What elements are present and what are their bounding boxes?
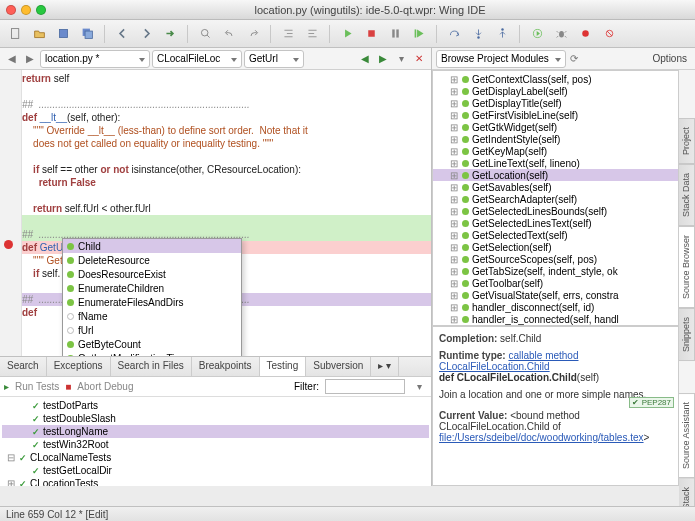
undo-icon[interactable]: [220, 25, 238, 43]
browser-item[interactable]: ⊞GetDisplayLabel(self): [433, 85, 678, 97]
file-select[interactable]: location.py *: [40, 50, 150, 68]
browser-item[interactable]: ⊞GetTabSize(self, indent_style, ok: [433, 265, 678, 277]
browser-item[interactable]: ⊞GetToolbar(self): [433, 277, 678, 289]
back-icon[interactable]: [113, 25, 131, 43]
forward-icon[interactable]: [137, 25, 155, 43]
zoom-icon[interactable]: [36, 5, 46, 15]
abort-debug-link[interactable]: Abort Debug: [77, 381, 133, 392]
options-link[interactable]: Options: [653, 53, 687, 64]
expand-icon[interactable]: ⊞: [449, 230, 459, 241]
test-item[interactable]: ✓testLongName: [2, 425, 429, 438]
expand-icon[interactable]: ⊞: [449, 182, 459, 193]
expand-icon[interactable]: ⊟: [6, 452, 16, 463]
current-value-link[interactable]: file:/Users/sdeibel/doc/woodworking/tabl…: [439, 432, 644, 443]
expand-icon[interactable]: ⊞: [449, 266, 459, 277]
expand-icon[interactable]: ⊞: [449, 86, 459, 97]
browser-item[interactable]: ⊞GetKeyMap(self): [433, 145, 678, 157]
browser-item[interactable]: ⊞GetDisplayTitle(self): [433, 97, 678, 109]
debug-restart-icon[interactable]: [410, 25, 428, 43]
browser-item[interactable]: ⊞GetSavables(self): [433, 181, 678, 193]
test-item[interactable]: ✓testDoubleSlash: [2, 412, 429, 425]
expand-icon[interactable]: ⊞: [449, 158, 459, 169]
search-icon[interactable]: [196, 25, 214, 43]
browser-item[interactable]: ⊞handler_disconnect(self, id): [433, 301, 678, 313]
completion-item[interactable]: EnumerateChildren: [63, 281, 241, 295]
test-item[interactable]: ✓testWin32Root: [2, 438, 429, 451]
tab-breakpoints[interactable]: Breakpoints: [192, 357, 260, 376]
save-icon[interactable]: [54, 25, 72, 43]
expand-icon[interactable]: ⊞: [6, 478, 16, 486]
completion-item[interactable]: GetLastModificationTime: [63, 351, 241, 356]
close-icon[interactable]: [6, 5, 16, 15]
test-tree[interactable]: ✓testDotParts✓testDoubleSlash✓testLongNa…: [0, 397, 431, 486]
browser-item[interactable]: ⊞GetVisualState(self, errs, constra: [433, 289, 678, 301]
browser-item[interactable]: ⊞GetSelectedText(self): [433, 229, 678, 241]
sidetab-source-assistant[interactable]: Source Assistant: [679, 393, 695, 478]
tab-overflow[interactable]: ▸ ▾: [371, 357, 399, 376]
run-tests-link[interactable]: Run Tests: [15, 381, 59, 392]
class-link[interactable]: CLocalFileLocation.Child: [439, 361, 550, 372]
completion-item[interactable]: DoesResourceExist: [63, 267, 241, 281]
filter-input[interactable]: [325, 379, 405, 394]
nav-next-icon[interactable]: ▶: [375, 51, 391, 67]
refresh-icon[interactable]: ⟳: [566, 51, 582, 67]
completion-item[interactable]: EnumerateFilesAndDirs: [63, 295, 241, 309]
class-select[interactable]: CLocalFileLoc: [152, 50, 242, 68]
expand-icon[interactable]: ⊞: [449, 254, 459, 265]
sidetab-stack-data[interactable]: Stack Data: [679, 164, 695, 226]
panel-menu-icon[interactable]: ▾: [411, 379, 427, 395]
expand-icon[interactable]: ⊞: [449, 278, 459, 289]
editor[interactable]: return self ## .........................…: [0, 70, 431, 356]
browser-item[interactable]: ⊞GetIndentStyle(self): [433, 133, 678, 145]
browser-item[interactable]: ⊞GetSourceScopes(self, pos): [433, 253, 678, 265]
new-file-icon[interactable]: [6, 25, 24, 43]
breakpoint-marker[interactable]: [4, 240, 13, 249]
expand-icon[interactable]: ⊞: [449, 134, 459, 145]
member-select[interactable]: GetUrl: [244, 50, 304, 68]
browser-item[interactable]: ⊞GetSelectedLinesBounds(self): [433, 205, 678, 217]
test-item[interactable]: ✓testDotParts: [2, 399, 429, 412]
expand-icon[interactable]: ⊞: [449, 242, 459, 253]
expand-icon[interactable]: ⊞: [449, 218, 459, 229]
nav-back-icon[interactable]: ◀: [4, 51, 20, 67]
expand-icon[interactable]: ⊞: [449, 290, 459, 301]
browser-item[interactable]: ⊞GetSelectedLinesText(self): [433, 217, 678, 229]
run-icon[interactable]: [528, 25, 546, 43]
expand-icon[interactable]: ⊞: [449, 98, 459, 109]
save-all-icon[interactable]: [78, 25, 96, 43]
completion-item[interactable]: fUrl: [63, 323, 241, 337]
tab-search[interactable]: Search: [0, 357, 47, 376]
browser-item[interactable]: ⊞GetSearchAdapter(self): [433, 193, 678, 205]
dedent-icon[interactable]: [303, 25, 321, 43]
browser-item[interactable]: ⊞GetFirstVisibleLine(self): [433, 109, 678, 121]
expand-icon[interactable]: ⊞: [449, 146, 459, 157]
sidetab-source-browser[interactable]: Source Browser: [679, 226, 695, 308]
gutter[interactable]: [0, 70, 22, 356]
browser-item[interactable]: ⊞GetGtkWidget(self): [433, 121, 678, 133]
expand-icon[interactable]: ⊞: [449, 110, 459, 121]
step-out-icon[interactable]: [493, 25, 511, 43]
browser-item[interactable]: ⊞GetContextClass(self, pos): [433, 73, 678, 85]
expand-icon[interactable]: ⊞: [449, 74, 459, 85]
browser-item[interactable]: ⊞GetLineText(self, lineno): [433, 157, 678, 169]
completion-item[interactable]: DeleteResource: [63, 253, 241, 267]
test-item[interactable]: ✓testGetLocalDir: [2, 464, 429, 477]
redo-icon[interactable]: [244, 25, 262, 43]
breakpoint-clear-icon[interactable]: [600, 25, 618, 43]
tab-testing[interactable]: Testing: [260, 357, 307, 376]
step-over-icon[interactable]: [445, 25, 463, 43]
close-tab-icon[interactable]: ✕: [411, 51, 427, 67]
browser-item[interactable]: ⊞GetLocation(self): [433, 169, 678, 181]
minimize-icon[interactable]: [21, 5, 31, 15]
debug-stop-icon[interactable]: [362, 25, 380, 43]
debug-pause-icon[interactable]: [386, 25, 404, 43]
completion-item[interactable]: GetByteCount: [63, 337, 241, 351]
expand-icon[interactable]: ⊞: [449, 194, 459, 205]
breakpoint-icon[interactable]: [576, 25, 594, 43]
step-into-icon[interactable]: [469, 25, 487, 43]
source-browser-tree[interactable]: ⊞GetContextClass(self, pos)⊞GetDisplayLa…: [432, 70, 679, 326]
nav-menu-icon[interactable]: ▾: [393, 51, 409, 67]
browse-mode-select[interactable]: Browse Project Modules: [436, 50, 566, 68]
browser-item[interactable]: ⊞GetSelection(self): [433, 241, 678, 253]
indent-icon[interactable]: [279, 25, 297, 43]
